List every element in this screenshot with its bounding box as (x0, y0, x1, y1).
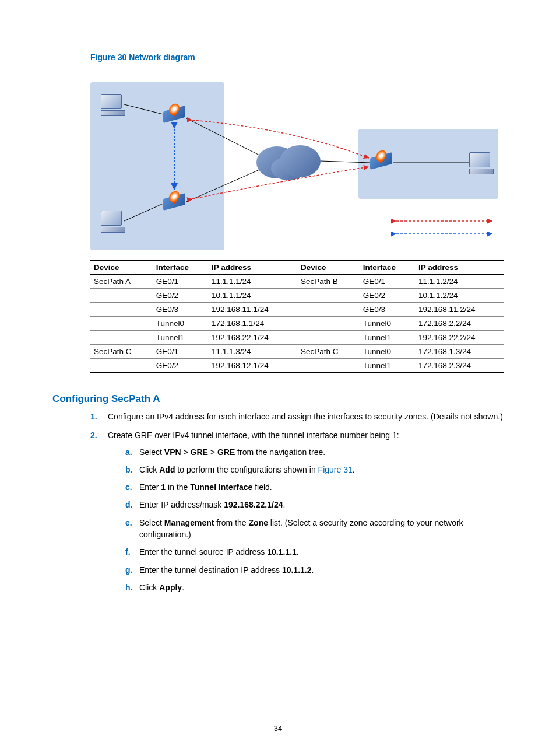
table-header: Interface (360, 260, 415, 275)
sub-step-text: Select VPN > GRE > GRE from the navigati… (139, 447, 325, 457)
table-header: Device (90, 260, 153, 275)
figure-link[interactable]: Figure 31 (318, 465, 353, 474)
pc-icon (469, 152, 492, 173)
table-cell: 172.168.2.2/24 (415, 317, 504, 331)
table-cell (90, 303, 153, 317)
table-cell: Tunnel0 (153, 317, 208, 331)
sub-step-item: e.Select Management from the Zone list. … (125, 517, 504, 541)
table-cell: GE0/1 (153, 275, 208, 289)
table-cell: GE0/2 (153, 289, 208, 303)
table-row: GE0/2192.168.12.1/24Tunnel1172.168.2.3/2… (90, 359, 504, 373)
table-cell: GE0/3 (153, 303, 208, 317)
table-row: SecPath AGE0/111.1.1.1/24SecPath BGE0/11… (90, 275, 504, 289)
sub-step-marker: h. (125, 582, 132, 593)
table-cell: SecPath B (297, 275, 360, 289)
table-cell (297, 317, 360, 331)
table-cell: 10.1.1.1/24 (208, 289, 297, 303)
sub-step-text: Enter the tunnel destination IP address … (139, 565, 314, 575)
table-cell: GE0/2 (153, 359, 208, 373)
table-cell: Tunnel1 (360, 359, 415, 373)
table-cell: 172.168.1.3/24 (415, 345, 504, 359)
table-cell (297, 331, 360, 345)
table-cell: Tunnel0 (360, 345, 415, 359)
table-cell: 11.1.1.3/24 (208, 345, 297, 359)
table-cell: GE0/1 (360, 275, 415, 289)
sub-step-item: b.Click Add to perform the configuration… (125, 464, 504, 475)
table-row: GE0/210.1.1.1/24GE0/210.1.1.2/24 (90, 289, 504, 303)
sub-step-item: h.Click Apply. (125, 582, 504, 593)
step-item: 2.Create GRE over IPv4 tunnel interface,… (90, 429, 504, 593)
table-cell: 192.168.11.1/24 (208, 303, 297, 317)
ordered-steps: 1.Configure an IPv4 address for each int… (52, 411, 504, 593)
step-text: Configure an IPv4 address for each inter… (108, 412, 503, 421)
table-cell (90, 317, 153, 331)
step-item: 1.Configure an IPv4 address for each int… (90, 411, 504, 422)
table-cell (297, 289, 360, 303)
table-header: Interface (153, 260, 208, 275)
table-header: Device (297, 260, 360, 275)
sub-step-item: f.Enter the tunnel source IP address 10.… (125, 546, 504, 558)
table-cell: 172.168.2.3/24 (415, 359, 504, 373)
table-cell: 192.168.22.2/24 (415, 331, 504, 345)
page-number: 34 (0, 724, 556, 733)
table-header: IP address (208, 260, 297, 275)
sub-step-text: Select Management from the Zone list. (S… (139, 518, 463, 539)
step-text: Create GRE over IPv4 tunnel interface, w… (108, 430, 399, 440)
table-cell: Tunnel0 (360, 317, 415, 331)
table-cell: GE0/3 (360, 303, 415, 317)
sub-step-marker: f. (125, 546, 131, 558)
step-marker: 1. (90, 411, 97, 422)
table-cell: 192.168.11.2/24 (415, 303, 504, 317)
interface-table: Device Interface IP address Device Inter… (90, 260, 504, 373)
sub-step-marker: e. (125, 517, 132, 528)
table-cell: 11.1.1.2/24 (415, 275, 504, 289)
table-cell: 172.168.1.1/24 (208, 317, 297, 331)
table-cell: 11.1.1.1/24 (208, 275, 297, 289)
table-cell (297, 303, 360, 317)
pc-icon (101, 94, 124, 115)
pc-icon (101, 211, 124, 232)
sub-step-marker: b. (125, 464, 132, 475)
sub-step-text: Enter 1 in the Tunnel Interface field. (139, 482, 272, 492)
figure-caption: Figure 30 Network diagram (90, 52, 504, 62)
table-cell (90, 289, 153, 303)
table-cell: Tunnel1 (360, 331, 415, 345)
table-cell: 192.168.22.1/24 (208, 331, 297, 345)
sub-step-item: g.Enter the tunnel destination IP addres… (125, 564, 504, 576)
table-cell: 192.168.12.1/24 (208, 359, 297, 373)
sub-step-text: Click Apply. (139, 583, 184, 592)
table-cell: SecPath C (297, 345, 360, 359)
sub-step-text: Enter IP address/mask 192.168.22.1/24. (139, 500, 285, 509)
section-heading: Configuring SecPath A (52, 393, 504, 405)
table-cell: 10.1.1.2/24 (415, 289, 504, 303)
sub-step-item: d.Enter IP address/mask 192.168.22.1/24. (125, 499, 504, 510)
sub-step-text: Click Add to perform the configurations … (139, 465, 355, 474)
table-header: IP address (415, 260, 504, 275)
table-cell (297, 359, 360, 373)
table-row: SecPath CGE0/111.1.1.3/24SecPath CTunnel… (90, 345, 504, 359)
sub-steps: a.Select VPN > GRE > GRE from the naviga… (108, 446, 504, 594)
sub-step-item: c.Enter 1 in the Tunnel Interface field. (125, 481, 504, 493)
sub-step-marker: g. (125, 564, 132, 576)
network-diagram (90, 76, 504, 251)
table-row: Tunnel0172.168.1.1/24Tunnel0172.168.2.2/… (90, 317, 504, 331)
sub-step-marker: d. (125, 499, 132, 510)
sub-step-item: a.Select VPN > GRE > GRE from the naviga… (125, 446, 504, 458)
table-row: Tunnel1192.168.22.1/24Tunnel1192.168.22.… (90, 331, 504, 345)
table-cell (90, 359, 153, 373)
sub-step-text: Enter the tunnel source IP address 10.1.… (139, 547, 299, 556)
table-cell: GE0/1 (153, 345, 208, 359)
table-cell: Tunnel1 (153, 331, 208, 345)
step-marker: 2. (90, 429, 97, 441)
table-cell: GE0/2 (360, 289, 415, 303)
table-row: GE0/3192.168.11.1/24GE0/3192.168.11.2/24 (90, 303, 504, 317)
sub-step-marker: a. (125, 446, 132, 458)
table-cell: SecPath C (90, 345, 153, 359)
table-cell (90, 331, 153, 345)
sub-step-marker: c. (125, 481, 132, 493)
table-cell: SecPath A (90, 275, 153, 289)
cloud-icon (256, 141, 321, 181)
